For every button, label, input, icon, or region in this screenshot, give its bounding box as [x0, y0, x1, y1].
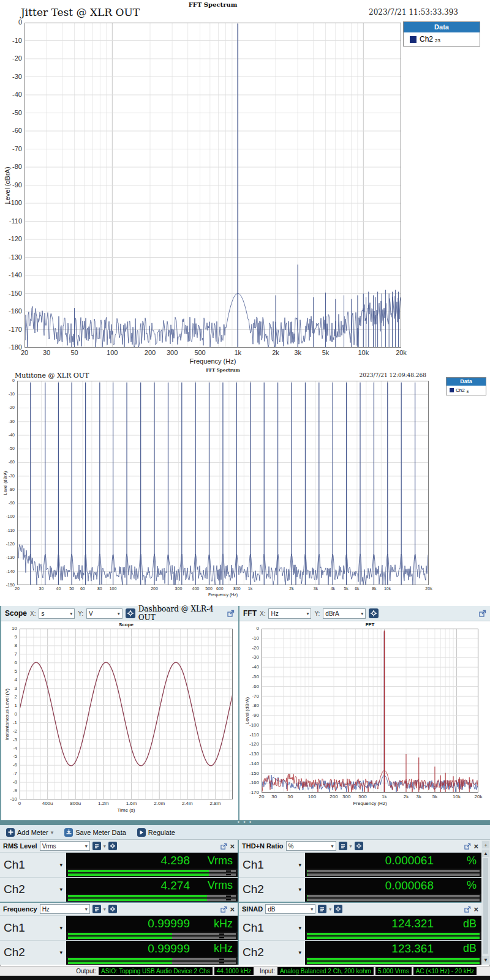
- legend-item[interactable]: Ch2 8: [447, 386, 486, 395]
- y-units-dropdown[interactable]: dBrA▾: [323, 608, 366, 619]
- expand-icon[interactable]: [464, 906, 471, 913]
- jitter_fft-plot[interactable]: [24, 23, 401, 348]
- series-index: 23: [435, 38, 440, 43]
- x-tick-label: 10k: [447, 794, 466, 799]
- save-meter-data-button[interactable]: Save Meter Data: [61, 827, 130, 838]
- chevron-down-icon: ▾: [59, 862, 62, 868]
- series-label: Ch2: [456, 387, 465, 393]
- scroll-down-icon[interactable]: ▼: [482, 956, 489, 963]
- channel-selector[interactable]: Ch2▾: [239, 941, 305, 965]
- meter-bars: [305, 894, 481, 902]
- close-icon[interactable]: ×: [473, 842, 478, 850]
- legend-item[interactable]: Ch2 23: [404, 32, 480, 46]
- settings-gear-icon[interactable]: [108, 842, 117, 850]
- add-panel-button[interactable]: ＋: [482, 841, 489, 848]
- display-mode-icon[interactable]: [92, 905, 101, 913]
- status-badge: 5.000 Vrms: [375, 967, 412, 975]
- meter-value: 0.000068: [385, 879, 434, 892]
- close-icon[interactable]: ×: [473, 905, 478, 913]
- settings-gear-icon[interactable]: [355, 842, 363, 850]
- close-icon[interactable]: ×: [230, 842, 235, 850]
- dash_fft-plot[interactable]: [262, 629, 478, 793]
- regulate-button[interactable]: Regulate: [134, 827, 179, 838]
- meter-channel-row: Ch1▾0.99999kHz: [0, 915, 238, 940]
- add-meter-button[interactable]: Add Meter▾: [2, 827, 57, 838]
- meter-panel-thd-n-ratio: THD+N Ratio%▾▾×Ch1▾0.000061%Ch2▾0.000068…: [239, 840, 481, 902]
- y-units-dropdown[interactable]: V▾: [86, 608, 123, 619]
- settings-gear-icon[interactable]: [334, 905, 342, 913]
- meter-unit: Vrms: [201, 855, 233, 867]
- channel-selector[interactable]: Ch1▾: [0, 853, 66, 877]
- bar-meter-fill: [307, 895, 307, 897]
- chevron-down-icon[interactable]: ▾: [350, 843, 352, 849]
- display-mode-icon[interactable]: [339, 842, 347, 850]
- x-units-dropdown[interactable]: Hz▾: [268, 608, 311, 619]
- x-tick-label: 2.8m: [205, 801, 225, 806]
- meter-unit-dropdown[interactable]: %▾: [286, 841, 336, 851]
- channel-selector[interactable]: Ch1▾: [0, 916, 66, 940]
- meter-display: 0.000061%: [305, 853, 481, 869]
- y-tick-label: -60: [239, 684, 259, 689]
- meter-channel-row: Ch1▾0.000061%: [239, 852, 481, 877]
- dashboard-link[interactable]: Dashboard @ XLR-4 OUT: [138, 605, 221, 622]
- meter-value: 0.99999: [148, 942, 190, 956]
- channel-selector[interactable]: Ch2▾: [0, 878, 66, 902]
- y-tick-label: -130: [0, 555, 15, 559]
- y-tick-label: -30: [2, 73, 22, 80]
- display-mode-icon[interactable]: [92, 842, 101, 850]
- expand-icon[interactable]: [221, 843, 227, 850]
- y-tick-label: -120: [0, 542, 15, 546]
- y-tick-label: 5: [0, 668, 17, 674]
- chevron-down-icon[interactable]: ▾: [104, 843, 106, 849]
- x-tick-label: 300: [162, 349, 182, 356]
- io-status-bar: Output: ASIO: Topping USB Audio Device 2…: [0, 966, 490, 976]
- y-tick-label: -150: [239, 771, 259, 776]
- expand-icon[interactable]: [479, 610, 486, 617]
- meter-unit-dropdown[interactable]: Hz▾: [40, 904, 90, 914]
- channel-selector[interactable]: Ch1▾: [239, 916, 305, 940]
- series-swatch: [450, 388, 454, 392]
- y-tick-label: -100: [0, 514, 15, 518]
- chevron-down-icon[interactable]: ▾: [329, 907, 331, 912]
- ap500-measurement-window: FFT Spectrum Jitter Test @ XLR OUT 2023/…: [0, 0, 490, 980]
- legend-box: Data Ch2 8: [446, 377, 486, 395]
- meter-unit-dropdown[interactable]: dB▾: [265, 904, 315, 914]
- peak-hold-marker: [226, 874, 231, 875]
- bar-meter-fill: [307, 899, 307, 901]
- settings-gear-icon[interactable]: [108, 905, 117, 913]
- settings-gear-icon[interactable]: [369, 608, 379, 618]
- x-units-dropdown[interactable]: s▾: [39, 608, 75, 619]
- expand-icon[interactable]: [227, 610, 235, 617]
- expand-icon[interactable]: [221, 906, 227, 913]
- scope-plot[interactable]: [20, 629, 233, 799]
- close-icon[interactable]: ×: [230, 905, 235, 913]
- y-axis-title: Level (dBrA): [3, 471, 7, 495]
- meter-unit-dropdown[interactable]: Vrms▾: [40, 841, 90, 851]
- scope-panel-header: Scope X: s▾ Y: V▾ Dashboard @ XLR-4 OUT: [1, 606, 238, 621]
- channel-selector[interactable]: Ch1▾: [239, 853, 305, 877]
- x-axis-title: Frequency (Hz): [17, 593, 429, 597]
- y-tick-label: -9: [0, 788, 17, 793]
- y-tick-label: -10: [0, 796, 17, 802]
- channel-selector[interactable]: Ch2▾: [0, 941, 66, 965]
- scroll-up-icon[interactable]: ▲: [482, 850, 489, 857]
- x-tick-label: 2k: [266, 349, 285, 356]
- meter-scrollbar[interactable]: ＋ ▲ ▼: [481, 840, 490, 965]
- y-tick-label: 7: [0, 651, 17, 657]
- y-tick-label: 0: [2, 18, 22, 26]
- jitter-fft-graph-block: FFT Spectrum Jitter Test @ XLR OUT 2023/…: [0, 0, 490, 367]
- y-tick-label: -160: [2, 307, 22, 315]
- x-axis-title: Time (s): [20, 807, 233, 813]
- bar-meter-track: [68, 958, 236, 960]
- chevron-down-icon: ▾: [59, 925, 62, 931]
- bar-meter-track: [307, 933, 480, 935]
- chevron-down-icon[interactable]: ▾: [104, 907, 106, 912]
- scrollbar-track[interactable]: [483, 858, 488, 954]
- fft-panel-header: FFT X: Hz▾ Y: dBrA▾: [239, 606, 490, 621]
- settings-gear-icon[interactable]: [126, 608, 135, 618]
- multitone_fft-plot[interactable]: [17, 381, 429, 585]
- display-mode-icon[interactable]: [318, 905, 326, 913]
- horizontal-splitter[interactable]: • • •: [0, 820, 490, 825]
- channel-selector[interactable]: Ch2▾: [239, 878, 305, 902]
- expand-icon[interactable]: [464, 843, 471, 850]
